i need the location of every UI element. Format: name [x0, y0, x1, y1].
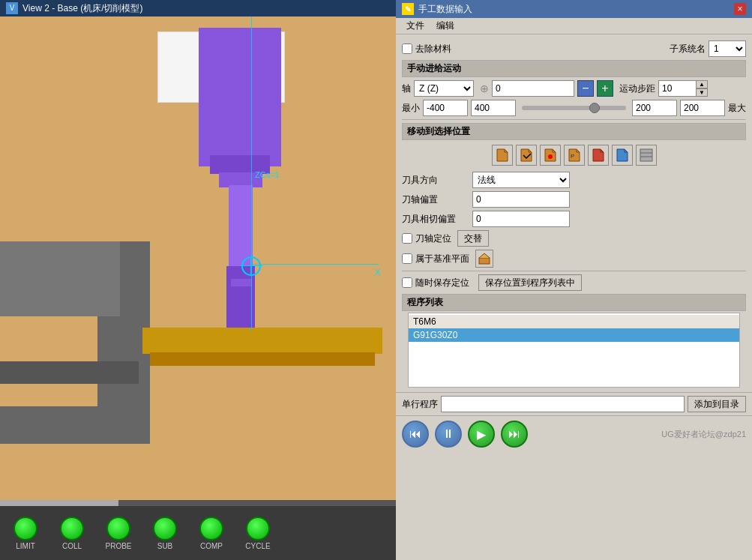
step-up[interactable]: ▲	[696, 80, 708, 88]
pause-icon: ⏸	[442, 427, 454, 441]
plus-btn[interactable]: +	[597, 80, 613, 97]
dialog-titlebar: ✎ 手工数据输入 ×	[396, 0, 752, 18]
spindle-neck	[229, 185, 253, 268]
tool-offset-input[interactable]	[472, 191, 570, 208]
alternate-btn[interactable]: 交替	[457, 230, 489, 247]
status-btn-cycle[interactable]: CYCLE	[235, 517, 280, 550]
axis-row: 轴 Z (Z) X (X) Y (Y) ⊕ − + 运动步距 ▲ ▼	[402, 80, 746, 97]
tool-direction-row: 刀具方向 法线 轴向	[402, 172, 746, 188]
toolpath-btn-7[interactable]	[636, 145, 657, 166]
forward-btn[interactable]: ⏭	[501, 421, 528, 448]
svg-rect-5	[479, 258, 490, 264]
pause-btn[interactable]: ⏸	[435, 421, 462, 448]
remove-material-checkbox[interactable]	[402, 43, 412, 54]
step-label: 运动步距	[619, 82, 655, 95]
status-buttons: LIMIT COLL PROBE SUB COMP CYCLE	[0, 506, 396, 560]
led-coll	[60, 517, 84, 541]
tool-tangent-input[interactable]	[472, 211, 570, 227]
program-list: T6M6 G91G30Z0	[409, 315, 739, 342]
program-list-container[interactable]: T6M6 G91G30Z0	[408, 313, 740, 388]
base-plane-cb-label: 属于基准平面	[402, 253, 469, 265]
tool-pos-checkbox[interactable]	[402, 233, 412, 244]
x-axis-label: X	[375, 268, 380, 277]
add-to-list-btn[interactable]: 添加到目录	[688, 396, 746, 412]
bottom-controls: ⏮ ⏸ ▶ ⏭ UG爱好者论坛@zdp21	[396, 415, 752, 452]
status-btn-comp[interactable]: COMP	[189, 517, 234, 550]
max-label: 最大	[728, 102, 746, 115]
base-plane-checkbox[interactable]	[402, 253, 412, 264]
move-icon-toolbar: P	[402, 142, 746, 169]
status-btn-sub[interactable]: SUB	[142, 517, 187, 550]
val2-input[interactable]	[632, 100, 677, 116]
label-probe: PROBE	[105, 542, 131, 550]
step-down[interactable]: ▼	[696, 88, 708, 97]
dialog-icon: ✎	[402, 3, 414, 15]
forward-icon: ⏭	[508, 427, 520, 441]
led-sub	[153, 517, 177, 541]
slider-thumb[interactable]	[589, 103, 600, 113]
prog-list-header: 程序列表	[402, 294, 746, 311]
val3-input[interactable]	[680, 100, 725, 116]
tool-offset-row: 刀轴偏置	[402, 191, 746, 208]
machine-overhang	[0, 361, 139, 384]
prog-row-0[interactable]: T6M6	[409, 315, 739, 328]
toolpath-btn-4[interactable]: P	[564, 145, 585, 166]
view-icon: V	[6, 2, 18, 14]
crosshair-icon: ⊕	[480, 82, 489, 94]
z-axis-label: View 2 - Base (机床/切削模型) ZCs=1	[255, 170, 280, 179]
toolpath-btn-3[interactable]	[540, 145, 561, 166]
viewport-canvas[interactable]: View 2 - Base (机床/切削模型) ZCs=1 X	[0, 16, 396, 500]
toolpath-btn-6[interactable]	[612, 145, 633, 166]
label-coll: COLL	[62, 542, 82, 550]
led-probe	[106, 517, 130, 541]
single-line-area: 单行程序 添加到目录	[396, 392, 752, 415]
menu-file[interactable]: 文件	[400, 18, 430, 34]
axis-label: 轴	[402, 82, 411, 95]
tool-direction-select[interactable]: 法线 轴向	[472, 172, 570, 188]
subsystem-select[interactable]: 1 2	[709, 40, 746, 57]
crosshair-v	[250, 256, 251, 276]
save-pos-cb-label: 随时保存定位	[402, 277, 469, 289]
jog-section-header: 手动进给运动	[402, 60, 746, 77]
rewind-icon: ⏮	[409, 427, 421, 441]
prog-cell-0: T6M6	[409, 315, 739, 328]
watermark: UG爱好者论坛@zdp21	[661, 429, 746, 440]
toolpath-btn-5[interactable]	[588, 145, 609, 166]
val1-input[interactable]	[471, 100, 516, 116]
tool-pos-cb-label: 刀轴定位	[402, 232, 451, 245]
menu-edit[interactable]: 编辑	[430, 18, 460, 34]
save-pos-btn[interactable]: 保存位置到程序列表中	[478, 274, 582, 291]
status-btn-coll[interactable]: COLL	[49, 517, 94, 550]
slider-track[interactable]	[522, 106, 626, 110]
step-spin: ▲ ▼	[658, 80, 708, 97]
led-cycle	[246, 517, 270, 541]
base-plane-icon-btn[interactable]	[475, 250, 493, 268]
crosshair-circle	[241, 256, 261, 276]
toolpath-btn-1[interactable]	[492, 145, 513, 166]
rewind-btn[interactable]: ⏮	[402, 421, 429, 448]
svg-point-0	[548, 154, 553, 159]
play-btn[interactable]: ▶	[468, 421, 495, 448]
position-input[interactable]	[492, 80, 574, 97]
close-button[interactable]: ×	[734, 3, 746, 15]
step-input[interactable]	[658, 80, 696, 97]
minus-btn[interactable]: −	[577, 80, 594, 97]
workpiece-top	[142, 328, 382, 354]
toolpath-btn-2[interactable]	[516, 145, 537, 166]
dialog-content: 去除材料 子系统名 1 2 手动进给运动 轴 Z (Z) X (X) Y (Y)…	[396, 34, 752, 392]
min-input[interactable]	[423, 100, 468, 116]
progress-track	[0, 500, 396, 506]
prog-cell-1: G91G30Z0	[409, 328, 739, 342]
led-comp	[199, 517, 223, 541]
axis-select[interactable]: Z (Z) X (X) Y (Y)	[414, 80, 474, 97]
prog-row-1[interactable]: G91G30Z0	[409, 328, 739, 342]
move-section-header: 移动到选择位置	[402, 123, 746, 140]
led-limit	[13, 517, 37, 541]
status-btn-probe[interactable]: PROBE	[96, 517, 141, 550]
single-line-input[interactable]	[441, 396, 685, 412]
step-spinbtns: ▲ ▼	[696, 80, 708, 97]
status-btn-limit[interactable]: LIMIT	[3, 517, 48, 550]
machine-left-top	[0, 241, 120, 316]
tool-tangent-row: 刀具相切偏置	[402, 211, 746, 227]
save-pos-checkbox[interactable]	[402, 277, 412, 288]
